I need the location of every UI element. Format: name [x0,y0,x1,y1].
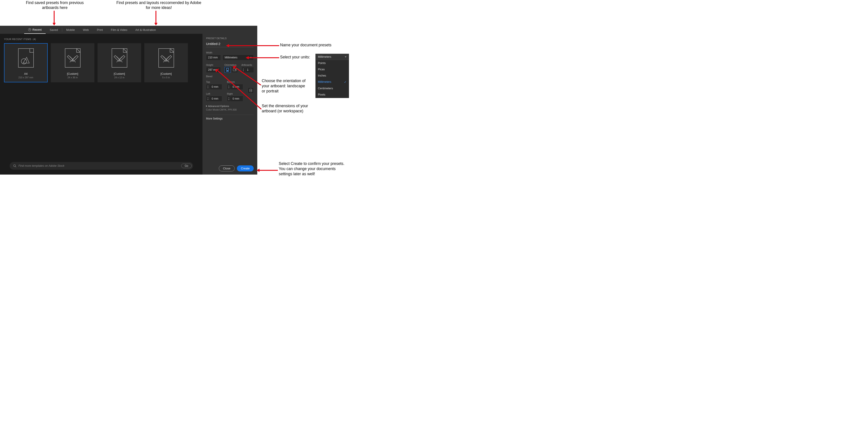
divider [206,115,254,115]
preset-name: [Custom] [67,72,78,75]
recent-header-label: YOUR RECENT ITEMS [4,38,31,40]
create-button[interactable]: Create [237,165,254,172]
units-opt-label: Millimeters [318,80,331,84]
preset-card-custom[interactable]: [Custom] 24 x 12 in [97,43,141,82]
units-value: Millimeters [225,56,237,59]
units-option-inches[interactable]: Inches [316,72,349,79]
svg-marker-28 [226,44,229,47]
units-dd-header-label: Millimeters [318,55,331,58]
search-icon [13,164,16,168]
close-button[interactable]: Close [219,165,235,172]
category-tabs: Recent Saved Mobile Web Print Film & Vid… [0,26,257,34]
top-annotations: Find saved presets from previous artboar… [0,0,351,26]
units-option-centimeters[interactable]: Centimeters [316,85,349,92]
tab-label: Art & Illustration [135,28,156,32]
tab-saved[interactable]: Saved [45,26,62,34]
go-button[interactable]: Go [181,163,191,168]
more-settings-button[interactable]: More Settings [206,117,254,120]
preset-name: A4 [24,72,28,75]
svg-marker-3 [154,23,157,26]
height-label: Height [206,64,221,66]
presets-pane: YOUR RECENT ITEMS (4) A4 210 x 297 mm [C… [0,34,203,175]
tab-label: Web [83,28,89,32]
preset-grid: A4 210 x 297 mm [Custom] 24 x 36 in [Cus… [4,43,198,82]
arrow-left-icon [226,44,279,47]
tab-film-video[interactable]: Film & Video [107,26,131,34]
tab-recent[interactable]: Recent [24,26,45,34]
preset-thumb [62,47,84,69]
svg-marker-33 [232,66,237,69]
svg-marker-30 [246,56,249,59]
preset-dim: 5 x 5 in [162,76,170,79]
tab-print[interactable]: Print [93,26,107,34]
annotation-saved-presets: Find saved presets from previous artboar… [18,0,92,10]
units-dropdown-header[interactable]: Millimeters [316,54,349,60]
svg-marker-1 [53,23,56,26]
dialog-buttons: Close Create [206,163,254,172]
arrow-down-icon [154,11,157,26]
svg-point-21 [13,165,16,167]
units-option-millimeters[interactable]: Millimeters✓ [316,79,349,85]
tab-mobile[interactable]: Mobile [62,26,79,34]
tab-label: Recent [32,28,41,31]
preset-card-custom[interactable]: [Custom] 24 x 36 in [51,43,94,82]
search-row: Find more templates on Adobe Stock Go [4,159,198,172]
preset-thumb [15,47,37,69]
annotation-dimensions: Set the dimensions of your artboard (or … [262,103,315,114]
tab-art-illustration[interactable]: Art & Illustration [131,26,160,34]
bleed-stepper[interactable]: ▲▼ [206,96,210,101]
search-placeholder: Find more templates on Adobe Stock [19,164,64,168]
arrow-left-icon [246,56,279,59]
svg-rect-11 [112,49,127,67]
preset-dim: 210 x 297 mm [18,76,33,79]
annotation-create: Select Create to confirm your presets. Y… [279,161,350,176]
arrow-left-icon [256,169,278,172]
panel-title: PRESET DETAILS [206,37,254,40]
annotation-orientation: Choose the orientation of your artboard:… [262,78,313,94]
preset-card-a4[interactable]: A4 210 x 297 mm [4,43,48,82]
preset-dim: 24 x 36 in [68,76,78,79]
tab-label: Film & Video [111,28,127,32]
chevron-right-icon [206,105,207,107]
clock-icon [28,28,31,31]
tab-label: Saved [50,28,58,32]
tab-web[interactable]: Web [79,26,93,34]
svg-line-34 [218,71,261,109]
preset-dim: 24 x 12 in [114,76,125,79]
annotation-name: Name your document presets [280,42,332,48]
units-option-picas[interactable]: Picas [316,66,349,72]
preset-name: [Custom] [160,72,172,75]
chevron-down-icon [345,56,346,58]
preset-card-custom[interactable]: [Custom] 5 x 5 in [144,43,188,82]
svg-rect-16 [159,49,174,67]
preset-name: [Custom] [114,72,125,75]
svg-line-22 [15,166,16,168]
tab-label: Print [97,28,103,32]
width-input[interactable]: 210 mm [206,55,221,60]
bleed-stepper[interactable]: ▲▼ [206,84,210,90]
preset-thumb [155,47,177,69]
tab-label: Mobile [66,28,75,32]
units-option-points[interactable]: Points [316,60,349,66]
arrow-down-icon [53,11,56,26]
svg-marker-37 [256,169,259,172]
preset-thumb [108,47,131,69]
units-option-pixels[interactable]: Pixels [316,92,349,98]
width-label: Width [206,51,254,54]
annotation-units: Select your units: [280,55,310,60]
arrow-diag-icon [215,69,262,112]
units-dropdown: Millimeters Points Picas Inches Millimet… [315,54,349,98]
stock-search-input[interactable]: Find more templates on Adobe Stock Go [10,162,193,170]
recent-count: (4) [33,38,36,40]
annotation-adobe-presets: Find presets and layouts reccomended by … [116,0,202,10]
recent-header: YOUR RECENT ITEMS (4) [4,38,198,40]
check-icon: ✓ [344,80,346,84]
svg-rect-6 [65,49,80,67]
